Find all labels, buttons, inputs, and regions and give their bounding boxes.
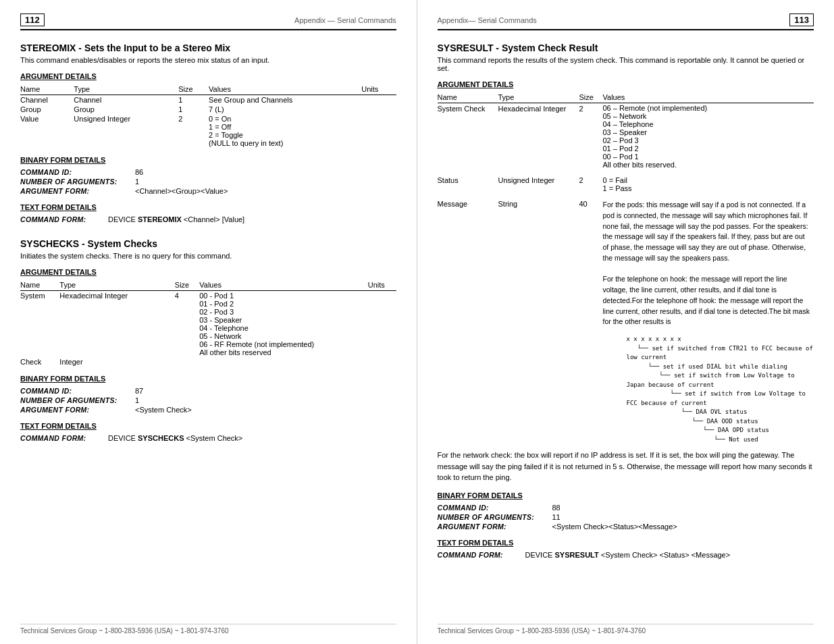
row-values: 06 – Remote (not implemented) 05 – Netwo… bbox=[603, 103, 814, 170]
table-row: Channel Channel 1 See Group and Channels bbox=[20, 95, 396, 105]
label-numargs: NUMBER OF ARGUMENTS: bbox=[20, 178, 135, 186]
col-size: Size bbox=[178, 84, 209, 95]
col-units: Units bbox=[361, 84, 396, 95]
right-header-text: Appendix— Serial Commands bbox=[438, 16, 537, 24]
row-type: Integer bbox=[59, 357, 161, 367]
label-argform: ARGUMENT FORM: bbox=[438, 522, 552, 531]
stereomix-cmd-form-row: COMMAND FORM: DEVICE STEREOMIX <Channel>… bbox=[20, 215, 396, 223]
col-values: Values bbox=[603, 92, 814, 103]
cmd-prefix: DEVICE bbox=[108, 215, 138, 223]
row-size-empty bbox=[161, 357, 175, 367]
diagram-line-5: └── DAA OVL status bbox=[627, 408, 814, 417]
row-type: Unsigned Integer bbox=[498, 169, 579, 193]
stereomix-arg-heading: ARGUMENT DETAILS bbox=[20, 72, 396, 80]
diagram-line-3: └── set if switch from Low Voltage to Ja… bbox=[627, 371, 814, 390]
page-left: 112 Appendix — Serial Commands STEREOMIX… bbox=[0, 0, 417, 644]
diagram-line-6: └── DAA OOD status bbox=[627, 417, 814, 427]
value-argform: <Channel><Group><Value> bbox=[135, 187, 228, 195]
table-row: System Hexadecimal Integer 4 00 - Pod 10… bbox=[20, 291, 396, 358]
row-values bbox=[199, 357, 368, 367]
table-row: Status Unsigned Integer 2 0 = Fail1 = Pa… bbox=[438, 169, 814, 193]
row-values: 7 (L) bbox=[209, 105, 361, 114]
cmd-prefix: DEVICE bbox=[525, 551, 555, 559]
diagram-line-4: └── set if switch from Low Voltage to FC… bbox=[627, 390, 814, 408]
sysresult-title: SYSRESULT - System Check Result bbox=[438, 43, 814, 53]
syschecks-binary-heading: BINARY FORM DETAILS bbox=[20, 375, 396, 383]
col-name: Name bbox=[20, 84, 74, 95]
form-row-cmdid: COMMAND ID: 86 bbox=[20, 168, 396, 176]
left-page-number: 112 bbox=[20, 14, 45, 26]
row-name: Group bbox=[20, 105, 74, 114]
row-size bbox=[175, 357, 199, 367]
syschecks-title: SYSCHECKS - System Checks bbox=[20, 238, 396, 249]
left-page-footer: Technical Services Group ~ 1-800-283-593… bbox=[20, 624, 396, 635]
value-numargs: 11 bbox=[552, 513, 561, 521]
form-row-numargs: NUMBER OF ARGUMENTS: 11 bbox=[438, 513, 814, 521]
label-argform: ARGUMENT FORM: bbox=[20, 406, 135, 414]
form-row-numargs: NUMBER OF ARGUMENTS: 1 bbox=[20, 396, 396, 404]
row-name: System bbox=[20, 291, 59, 358]
stereomix-desc: This command enables/disables or reports… bbox=[20, 56, 396, 64]
row-values: 0 = Fail1 = Pass bbox=[603, 169, 814, 193]
row-name: System Check bbox=[438, 103, 498, 170]
row-units bbox=[368, 291, 396, 358]
row-name: Status bbox=[438, 169, 498, 193]
row-name: Message bbox=[438, 193, 498, 328]
diagram-line-2: └── set if used DIAL bit while dialing bbox=[627, 363, 814, 372]
form-row-numargs: NUMBER OF ARGUMENTS: 1 bbox=[20, 178, 396, 186]
diagram-line-1: └── set if switched from CTR21 to FCC be… bbox=[627, 344, 814, 363]
cmd-bold: SYSRESULT bbox=[555, 551, 599, 559]
row-type: Hexadecimal Integer bbox=[498, 103, 579, 170]
cmd-prefix: DEVICE bbox=[108, 434, 138, 442]
table-row: Check Integer bbox=[20, 357, 396, 367]
cmd-label: COMMAND FORM: bbox=[20, 215, 108, 223]
form-row-cmdid: COMMAND ID: 88 bbox=[438, 504, 814, 512]
row-size: 2 bbox=[579, 103, 603, 170]
network-check-text: For the network check: the box will repo… bbox=[438, 450, 814, 483]
diagram-line-8: └── Not used bbox=[627, 435, 814, 445]
sysresult-text-heading: TEXT FORM DETAILS bbox=[438, 539, 814, 547]
cmd-bold: STEREOMIX bbox=[138, 215, 182, 223]
col-values: Values bbox=[209, 84, 361, 95]
row-size: 40 bbox=[579, 193, 603, 328]
table-row: Group Group 1 7 (L) bbox=[20, 105, 396, 114]
cmd-suffix: <Channel> [Value] bbox=[182, 215, 244, 223]
value-argform: <System Check> bbox=[135, 406, 192, 414]
form-row-cmdid: COMMAND ID: 87 bbox=[20, 387, 396, 395]
label-cmdid: COMMAND ID: bbox=[438, 504, 552, 512]
sysresult-binary-heading: BINARY FORM DETAILS bbox=[438, 491, 814, 500]
stereomix-binary-heading: BINARY FORM DETAILS bbox=[20, 156, 396, 164]
value-cmdid: 88 bbox=[552, 504, 561, 512]
right-page-header: Appendix— Serial Commands 113 bbox=[438, 14, 814, 30]
row-name: Channel bbox=[20, 95, 74, 105]
col-name: Name bbox=[438, 92, 498, 103]
table-row: Value Unsigned Integer 2 0 = On1 = Off2 … bbox=[20, 114, 396, 148]
value-numargs: 1 bbox=[135, 178, 139, 186]
row-size: 1 bbox=[178, 95, 209, 105]
row-name: Check bbox=[20, 357, 59, 367]
row-values: For the pods: this message will say if a… bbox=[603, 193, 814, 328]
row-type: Group bbox=[74, 105, 178, 114]
sysresult-binary-details: COMMAND ID: 88 NUMBER OF ARGUMENTS: 11 A… bbox=[438, 504, 814, 531]
form-row-argform: ARGUMENT FORM: <Channel><Group><Value> bbox=[20, 187, 396, 195]
syschecks-cmd-form-row: COMMAND FORM: DEVICE SYSCHECKS <System C… bbox=[20, 434, 396, 442]
syschecks-arg-heading: ARGUMENT DETAILS bbox=[20, 268, 396, 276]
row-size: 2 bbox=[178, 114, 209, 148]
form-row-argform: ARGUMENT FORM: <System Check><Status><Me… bbox=[438, 522, 814, 531]
cmd-label: COMMAND FORM: bbox=[438, 551, 525, 559]
cmd-suffix: <System Check> <Status> <Message> bbox=[599, 551, 730, 559]
right-page-footer: Technical Services Group ~ 1-800-283-593… bbox=[438, 624, 814, 635]
stereomix-binary-details: COMMAND ID: 86 NUMBER OF ARGUMENTS: 1 AR… bbox=[20, 168, 396, 195]
row-name: Value bbox=[20, 114, 74, 148]
cmd-value: DEVICE SYSCHECKS <System Check> bbox=[108, 434, 242, 442]
row-size: 2 bbox=[579, 169, 603, 193]
cmd-label: COMMAND FORM: bbox=[20, 434, 108, 442]
cmd-value: DEVICE SYSRESULT <System Check> <Status>… bbox=[525, 551, 731, 559]
bit-diagram: x x x x x x x x └── set if switched from… bbox=[627, 335, 814, 444]
col-name: Name bbox=[20, 280, 59, 291]
row-units bbox=[361, 105, 396, 114]
row-type: String bbox=[498, 193, 579, 328]
stereomix-table: Name Type Size Values Units Channel Chan… bbox=[20, 84, 396, 148]
sysresult-table: Name Type Size Values System Check Hexad… bbox=[438, 92, 814, 328]
cmd-bold: SYSCHECKS bbox=[138, 434, 184, 442]
